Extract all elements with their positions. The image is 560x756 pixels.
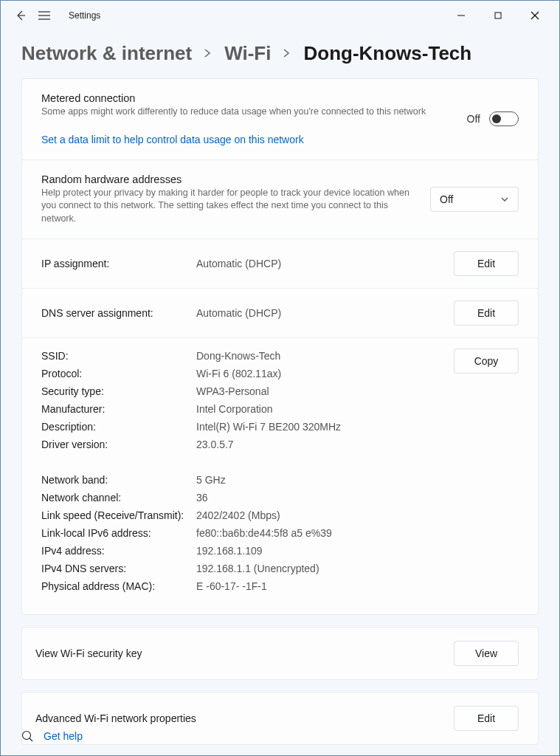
property-value: fe80::ba6b:de44:5f8 a5 e%39: [196, 527, 332, 539]
metered-toggle-label: Off: [467, 113, 480, 125]
ip-value: Automatic (DHCP): [196, 258, 281, 269]
property-label: Description:: [41, 421, 196, 433]
help-icon: [21, 730, 33, 742]
property-row: Network band:5 GHz: [41, 474, 519, 486]
close-button[interactable]: [524, 4, 546, 27]
property-label: Physical address (MAC):: [41, 580, 196, 592]
metered-toggle[interactable]: [489, 111, 519, 126]
get-help-link[interactable]: Get help: [21, 730, 83, 742]
section-metered: Metered connection Some apps might work …: [22, 79, 538, 159]
property-row: SSID:Dong-Knows-Tech: [41, 350, 519, 362]
random-hw-desc: Help protect your privacy by making it h…: [41, 187, 418, 226]
property-label: Security type:: [41, 385, 196, 397]
property-row: IPv4 address:192.168.1.109: [41, 545, 519, 557]
property-label: Link speed (Receive/Transmit):: [41, 509, 196, 521]
help-text: Get help: [44, 730, 83, 742]
property-label: IPv4 address:: [41, 545, 196, 557]
property-label: Manufacturer:: [41, 403, 196, 415]
property-row: Network channel:36: [41, 492, 519, 504]
hamburger-icon[interactable]: [38, 9, 51, 22]
minimize-button[interactable]: [450, 4, 472, 27]
metered-desc: Some apps might work differently to redu…: [41, 106, 455, 119]
network-settings-card: Metered connection Some apps might work …: [21, 78, 539, 615]
advanced-edit-button[interactable]: Edit: [454, 706, 519, 731]
view-key-title: View Wi-Fi security key: [35, 647, 142, 659]
property-value: E -60-17- -1F-1: [196, 580, 267, 592]
property-label: IPv4 DNS servers:: [41, 563, 196, 574]
property-value: 2402/2402 (Mbps): [196, 509, 280, 521]
data-limit-link[interactable]: Set a data limit to help control data us…: [41, 134, 304, 145]
property-value: Intel Corporation: [196, 403, 273, 415]
property-value: Dong-Knows-Tech: [196, 350, 280, 362]
dns-label: DNS server assignment:: [41, 307, 196, 319]
property-value: 23.0.5.7: [196, 439, 234, 450]
row-dns-assignment: DNS server assignment: Automatic (DHCP) …: [22, 288, 538, 337]
svg-rect-4: [495, 13, 501, 18]
section-random-hw: Random hardware addresses Help protect y…: [22, 159, 538, 239]
property-row: Description:Intel(R) Wi-Fi 7 BE200 320MH…: [41, 421, 519, 433]
view-key-button[interactable]: View: [454, 641, 519, 666]
property-value: 5 GHz: [196, 474, 226, 486]
property-row: Physical address (MAC):E -60-17- -1F-1: [41, 580, 519, 592]
property-label: SSID:: [41, 350, 196, 362]
breadcrumb-root[interactable]: Network & internet: [21, 42, 192, 65]
window-title: Settings: [69, 10, 100, 21]
network-properties: Copy SSID:Dong-Knows-TechProtocol:Wi-Fi …: [22, 337, 538, 614]
back-button[interactable]: [14, 9, 27, 22]
property-row: Manufacturer:Intel Corporation: [41, 403, 519, 415]
property-value: WPA3-Personal: [196, 385, 269, 397]
card-view-security-key: View Wi-Fi security key View: [21, 627, 539, 680]
advanced-title: Advanced Wi-Fi network properties: [35, 712, 196, 724]
property-label: Driver version:: [41, 439, 196, 450]
property-label: Link-local IPv6 address:: [41, 527, 196, 539]
chevron-right-icon: [281, 48, 293, 60]
property-value: Intel(R) Wi-Fi 7 BE200 320MHz: [196, 421, 341, 433]
property-row: Protocol:Wi-Fi 6 (802.11ax): [41, 368, 519, 379]
ip-label: IP assignment:: [41, 258, 196, 269]
row-ip-assignment: IP assignment: Automatic (DHCP) Edit: [22, 238, 538, 288]
random-hw-value: Off: [440, 193, 453, 205]
property-row: Link speed (Receive/Transmit):2402/2402 …: [41, 509, 519, 521]
property-value: 192.168.1.109: [196, 545, 263, 557]
property-row: Security type:WPA3-Personal: [41, 385, 519, 397]
ip-edit-button[interactable]: Edit: [454, 251, 519, 276]
property-value: 192.168.1.1 (Unencrypted): [196, 563, 319, 574]
chevron-down-icon: [500, 195, 509, 204]
titlebar: Settings: [1, 1, 559, 30]
random-hw-dropdown[interactable]: Off: [430, 187, 519, 212]
property-row: IPv4 DNS servers:192.168.1.1 (Unencrypte…: [41, 563, 519, 574]
property-label: Network channel:: [41, 492, 196, 504]
copy-button[interactable]: Copy: [454, 348, 519, 374]
property-label: Network band:: [41, 474, 196, 486]
maximize-button[interactable]: [487, 4, 509, 27]
breadcrumb-wifi[interactable]: Wi-Fi: [224, 42, 271, 65]
card-advanced-properties: Advanced Wi-Fi network properties Edit: [21, 692, 539, 745]
chevron-right-icon: [202, 48, 214, 60]
breadcrumb-current: Dong-Knows-Tech: [303, 42, 471, 65]
random-hw-title: Random hardware addresses: [41, 173, 418, 185]
dns-edit-button[interactable]: Edit: [454, 300, 519, 326]
property-row: Driver version:23.0.5.7: [41, 439, 519, 450]
property-label: Protocol:: [41, 368, 196, 379]
dns-value: Automatic (DHCP): [196, 307, 281, 319]
property-value: 36: [196, 492, 208, 504]
property-row: Link-local IPv6 address:fe80::ba6b:de44:…: [41, 527, 519, 539]
breadcrumb: Network & internet Wi-Fi Dong-Knows-Tech: [1, 30, 559, 78]
property-value: Wi-Fi 6 (802.11ax): [196, 368, 281, 379]
metered-title: Metered connection: [41, 92, 455, 104]
svg-point-7: [23, 732, 31, 740]
